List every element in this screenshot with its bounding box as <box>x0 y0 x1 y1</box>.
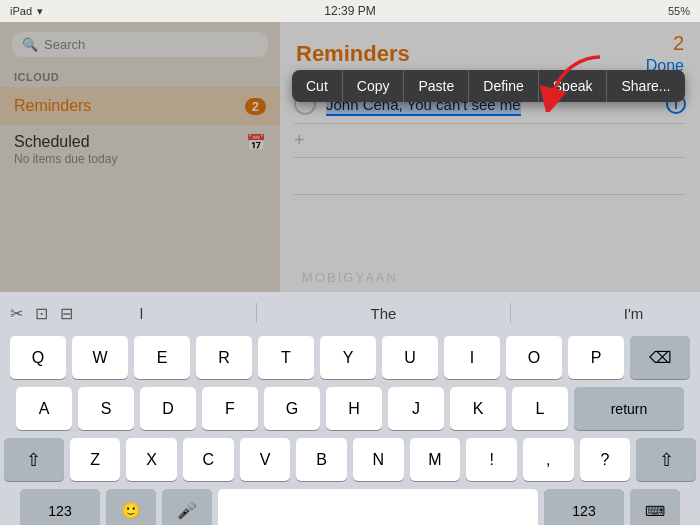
key-emoji[interactable]: 🙂 <box>106 489 156 525</box>
reminder-count: 2 <box>673 32 684 55</box>
key-row-2: A S D F G H J K L return <box>4 387 696 430</box>
key-O[interactable]: O <box>506 336 562 379</box>
key-question[interactable]: ? <box>580 438 631 481</box>
key-U[interactable]: U <box>382 336 438 379</box>
key-shift-right[interactable]: ⇧ <box>636 438 696 481</box>
status-time: 12:39 PM <box>324 4 375 18</box>
key-W[interactable]: W <box>72 336 128 379</box>
ac-divider-2 <box>510 303 511 323</box>
clipboard-icon[interactable]: ⊟ <box>60 304 73 323</box>
key-B[interactable]: B <box>296 438 347 481</box>
key-keyboard[interactable]: ⌨ <box>630 489 680 525</box>
key-H[interactable]: H <box>326 387 382 430</box>
sidebar-item-reminders[interactable]: Reminders 2 <box>0 87 280 125</box>
key-excl[interactable]: ! <box>466 438 517 481</box>
suggestion-1[interactable]: l <box>140 305 143 322</box>
key-X[interactable]: X <box>126 438 177 481</box>
key-return[interactable]: return <box>574 387 684 430</box>
status-right: 55% <box>668 5 690 17</box>
reminder-line-2 <box>294 194 686 195</box>
key-R[interactable]: R <box>196 336 252 379</box>
key-F[interactable]: F <box>202 387 258 430</box>
suggestion-3[interactable]: I'm <box>624 305 644 322</box>
search-icon: 🔍 <box>22 37 38 52</box>
key-shift-left[interactable]: ⇧ <box>4 438 64 481</box>
keys-area: Q W E R T Y U I O P ⌫ A S D F G H J K L … <box>0 334 700 525</box>
reminder-header-right: 2 Done <box>646 32 684 75</box>
add-icon: + <box>294 130 305 151</box>
key-S[interactable]: S <box>78 387 134 430</box>
status-bar: iPad ▾ 12:39 PM 55% <box>0 0 700 22</box>
reminder-add-row[interactable]: + <box>294 124 686 157</box>
key-comma[interactable]: , <box>523 438 574 481</box>
autocomplete-suggestions: l The I'm <box>83 303 700 323</box>
sidebar: 🔍 Search ICLOUD Reminders 2 Scheduled 📅 … <box>0 22 280 292</box>
key-I[interactable]: I <box>444 336 500 379</box>
reminder-title: Reminders <box>296 41 410 67</box>
reminder-panel: Reminders 2 Done Cut Copy Paste Define S… <box>280 22 700 292</box>
key-E[interactable]: E <box>134 336 190 379</box>
context-menu-cut[interactable]: Cut <box>292 70 343 102</box>
context-menu-define[interactable]: Define <box>469 70 538 102</box>
reminders-badge: 2 <box>245 98 266 115</box>
key-T[interactable]: T <box>258 336 314 379</box>
ipad-label: iPad <box>10 5 32 17</box>
reminders-label: Reminders <box>14 97 91 115</box>
suggestion-2[interactable]: The <box>370 305 396 322</box>
key-D[interactable]: D <box>140 387 196 430</box>
sidebar-item-scheduled[interactable]: Scheduled 📅 No items due today <box>0 125 280 174</box>
reminder-line-1 <box>294 157 686 158</box>
key-K[interactable]: K <box>450 387 506 430</box>
key-M[interactable]: M <box>410 438 461 481</box>
autocomplete-tools: ✂ ⊡ ⊟ <box>0 304 83 323</box>
key-row-1: Q W E R T Y U I O P ⌫ <box>4 336 696 379</box>
battery-label: 55% <box>668 5 690 17</box>
red-arrow-indicator <box>540 52 610 116</box>
sidebar-section-header: ICLOUD <box>0 67 280 87</box>
key-num-right[interactable]: 123 <box>544 489 624 525</box>
search-placeholder: Search <box>44 37 85 52</box>
key-space[interactable] <box>218 489 538 525</box>
context-menu-paste[interactable]: Paste <box>404 70 469 102</box>
autocomplete-bar: ✂ ⊡ ⊟ l The I'm <box>0 292 700 334</box>
key-C[interactable]: C <box>183 438 234 481</box>
scheduled-label: Scheduled <box>14 133 90 151</box>
key-num-left[interactable]: 123 <box>20 489 100 525</box>
copy-icon[interactable]: ⊡ <box>35 304 48 323</box>
context-menu-copy[interactable]: Copy <box>343 70 405 102</box>
context-menu: Cut Copy Paste Define Speak Share... <box>292 70 685 102</box>
key-mic[interactable]: 🎤 <box>162 489 212 525</box>
key-backspace[interactable]: ⌫ <box>630 336 690 379</box>
key-Q[interactable]: Q <box>10 336 66 379</box>
scissors-icon[interactable]: ✂ <box>10 304 23 323</box>
scheduled-icon: 📅 <box>246 133 266 152</box>
wifi-icon: ▾ <box>37 5 43 18</box>
key-N[interactable]: N <box>353 438 404 481</box>
status-left: iPad ▾ <box>10 5 43 18</box>
key-row-3: ⇧ Z X C V B N M ! , ? ⇧ <box>4 438 696 481</box>
keyboard-area: ✂ ⊡ ⊟ l The I'm Q W E R T Y U I O P ⌫ <box>0 292 700 525</box>
key-Z[interactable]: Z <box>70 438 121 481</box>
key-G[interactable]: G <box>264 387 320 430</box>
key-P[interactable]: P <box>568 336 624 379</box>
ac-divider-1 <box>256 303 257 323</box>
key-J[interactable]: J <box>388 387 444 430</box>
search-bar[interactable]: 🔍 Search <box>12 32 268 57</box>
key-V[interactable]: V <box>240 438 291 481</box>
key-A[interactable]: A <box>16 387 72 430</box>
scheduled-sub: No items due today <box>14 152 266 166</box>
key-Y[interactable]: Y <box>320 336 376 379</box>
context-menu-share[interactable]: Share... <box>607 70 684 102</box>
key-L[interactable]: L <box>512 387 568 430</box>
reminder-items: John Cena, You can't see me i + <box>280 81 700 292</box>
main-area: 🔍 Search ICLOUD Reminders 2 Scheduled 📅 … <box>0 22 700 292</box>
key-row-4: 123 🙂 🎤 123 ⌨ <box>4 489 696 525</box>
